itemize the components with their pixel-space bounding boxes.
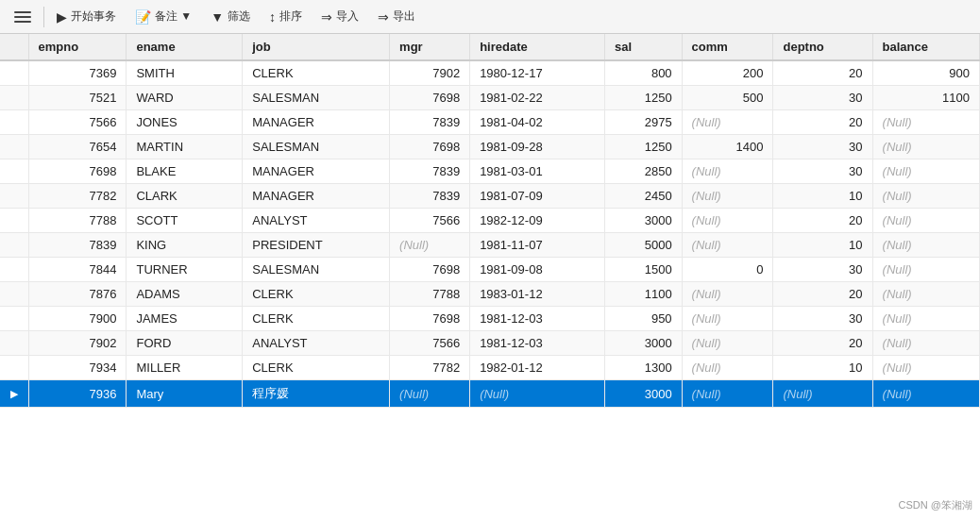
table-row[interactable]: 7566JONESMANAGER78391981-04-022975(Null)… bbox=[0, 110, 980, 135]
table-row[interactable]: 7782CLARKMANAGER78391981-07-092450(Null)… bbox=[0, 184, 980, 209]
cell-empno: 7900 bbox=[28, 307, 127, 331]
cell-ename: KING bbox=[127, 233, 243, 258]
col-header-deptno[interactable]: deptno bbox=[773, 34, 872, 60]
cell-job: ANALYST bbox=[243, 331, 390, 356]
cell-balance: (Null) bbox=[872, 209, 979, 233]
cell-balance: (Null) bbox=[872, 258, 979, 282]
export-icon: ⇒ bbox=[378, 9, 389, 25]
cell-comm: (Null) bbox=[682, 209, 773, 233]
col-header-hiredate[interactable]: hiredate bbox=[470, 34, 605, 60]
cell-empno: 7844 bbox=[28, 258, 127, 282]
table-row[interactable]: 7900JAMESCLERK76981981-12-03950(Null)30(… bbox=[0, 307, 980, 331]
cell-ename: ADAMS bbox=[127, 282, 243, 307]
cell-deptno: 20 bbox=[773, 331, 872, 356]
cell-balance: (Null) bbox=[872, 282, 979, 307]
col-header-mgr[interactable]: mgr bbox=[390, 34, 470, 60]
cell-sal: 2850 bbox=[605, 159, 683, 184]
cell-hiredate: (Null) bbox=[470, 380, 605, 408]
cell-hiredate: 1982-12-09 bbox=[470, 209, 605, 233]
cell-comm: (Null) bbox=[682, 331, 773, 356]
col-header-balance[interactable]: balance bbox=[872, 34, 979, 60]
cell-balance: (Null) bbox=[872, 380, 979, 408]
table-row[interactable]: 7844TURNERSALESMAN76981981-09-081500030(… bbox=[0, 258, 980, 282]
table-row[interactable]: 7654MARTINSALESMAN76981981-09-2812501400… bbox=[0, 135, 980, 159]
cell-sal: 1100 bbox=[605, 282, 683, 307]
annotate-button[interactable]: 📝 备注 ▼ bbox=[127, 5, 200, 28]
cell-empno: 7839 bbox=[28, 233, 127, 258]
cell-deptno: 10 bbox=[773, 356, 872, 380]
table-row[interactable]: ▶7936Mary程序媛(Null)(Null)3000(Null)(Null)… bbox=[0, 380, 980, 408]
cell-mgr: 7698 bbox=[390, 135, 470, 159]
hamburger-line-1 bbox=[14, 11, 31, 13]
table-row[interactable]: 7876ADAMSCLERK77881983-01-121100(Null)20… bbox=[0, 282, 980, 307]
cell-job: SALESMAN bbox=[243, 258, 390, 282]
cell-sal: 1300 bbox=[605, 356, 683, 380]
cell-deptno: (Null) bbox=[773, 380, 872, 408]
cell-empno: 7936 bbox=[28, 380, 127, 408]
table-row[interactable]: 7934MILLERCLERK77821982-01-121300(Null)1… bbox=[0, 356, 980, 380]
cell-empno: 7369 bbox=[28, 60, 127, 86]
sort-button[interactable]: ↕ 排序 bbox=[261, 5, 311, 28]
table-container[interactable]: empno ename job mgr hiredate sal comm de… bbox=[0, 34, 980, 520]
cell-hiredate: 1981-11-07 bbox=[470, 233, 605, 258]
cell-deptno: 30 bbox=[773, 135, 872, 159]
cell-job: MANAGER bbox=[243, 110, 390, 135]
col-header-ename[interactable]: ename bbox=[127, 34, 243, 60]
import-button[interactable]: ⇒ 导入 bbox=[313, 5, 367, 28]
cell-ename: Mary bbox=[127, 380, 243, 408]
cell-sal: 2450 bbox=[605, 184, 683, 209]
table-row[interactable]: 7521WARDSALESMAN76981981-02-221250500301… bbox=[0, 86, 980, 110]
start-transaction-button[interactable]: ▶ 开始事务 bbox=[48, 5, 125, 28]
cell-job: CLERK bbox=[243, 282, 390, 307]
cell-hiredate: 1983-01-12 bbox=[470, 282, 605, 307]
row-indicator bbox=[0, 282, 28, 307]
cell-ename: BLAKE bbox=[127, 159, 243, 184]
hamburger-menu[interactable] bbox=[6, 6, 40, 28]
row-indicator bbox=[0, 60, 28, 86]
cell-mgr: 7698 bbox=[390, 258, 470, 282]
row-indicator bbox=[0, 331, 28, 356]
table-row[interactable]: 7369SMITHCLERK79021980-12-1780020020900 bbox=[0, 60, 980, 86]
toolbar: ▶ 开始事务 📝 备注 ▼ ▼ 筛选 ↕ 排序 ⇒ 导入 ⇒ 导出 bbox=[0, 0, 980, 34]
cell-hiredate: 1981-09-28 bbox=[470, 135, 605, 159]
cell-comm: (Null) bbox=[682, 110, 773, 135]
cell-comm: (Null) bbox=[682, 159, 773, 184]
annotate-label: 备注 ▼ bbox=[155, 8, 192, 25]
cell-hiredate: 1981-02-22 bbox=[470, 86, 605, 110]
cell-sal: 3000 bbox=[605, 331, 683, 356]
cell-mgr: 7566 bbox=[390, 331, 470, 356]
cell-job: ANALYST bbox=[243, 209, 390, 233]
table-row[interactable]: 7698BLAKEMANAGER78391981-03-012850(Null)… bbox=[0, 159, 980, 184]
cell-empno: 7566 bbox=[28, 110, 127, 135]
table-row[interactable]: 7902FORDANALYST75661981-12-033000(Null)2… bbox=[0, 331, 980, 356]
sort-icon: ↕ bbox=[269, 9, 276, 25]
table-row[interactable]: 7839KINGPRESIDENT(Null)1981-11-075000(Nu… bbox=[0, 233, 980, 258]
cell-ename: CLARK bbox=[127, 184, 243, 209]
cell-empno: 7782 bbox=[28, 184, 127, 209]
table-body: 7369SMITHCLERK79021980-12-17800200209007… bbox=[0, 60, 980, 408]
col-header-empno[interactable]: empno bbox=[28, 34, 127, 60]
cell-mgr: 7566 bbox=[390, 209, 470, 233]
sort-label: 排序 bbox=[279, 8, 302, 25]
row-indicator: ▶ bbox=[0, 380, 28, 408]
col-header-job[interactable]: job bbox=[243, 34, 390, 60]
start-transaction-icon: ▶ bbox=[57, 9, 67, 25]
cell-balance: (Null) bbox=[872, 331, 979, 356]
import-label: 导入 bbox=[336, 8, 359, 25]
col-header-comm[interactable]: comm bbox=[682, 34, 773, 60]
cell-job: CLERK bbox=[243, 356, 390, 380]
row-indicator bbox=[0, 233, 28, 258]
row-indicator bbox=[0, 86, 28, 110]
cell-comm: (Null) bbox=[682, 184, 773, 209]
export-button[interactable]: ⇒ 导出 bbox=[369, 5, 424, 28]
cell-ename: JONES bbox=[127, 110, 243, 135]
col-header-sal[interactable]: sal bbox=[605, 34, 683, 60]
hamburger-line-3 bbox=[14, 21, 31, 23]
cell-sal: 1250 bbox=[605, 86, 683, 110]
row-indicator bbox=[0, 258, 28, 282]
export-label: 导出 bbox=[393, 8, 415, 25]
cell-sal: 1500 bbox=[605, 258, 683, 282]
filter-button[interactable]: ▼ 筛选 bbox=[202, 5, 259, 28]
table-row[interactable]: 7788SCOTTANALYST75661982-12-093000(Null)… bbox=[0, 209, 980, 233]
cell-job: SALESMAN bbox=[243, 135, 390, 159]
